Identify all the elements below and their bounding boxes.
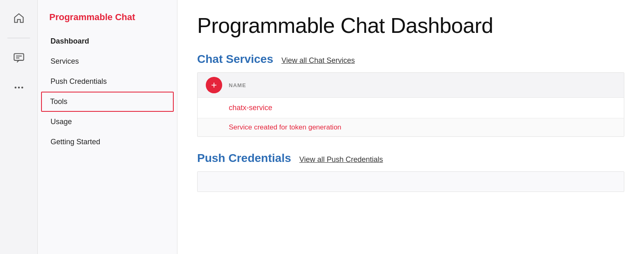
nav-item-getting-started[interactable]: Getting Started bbox=[38, 132, 177, 152]
nav-item-services[interactable]: Services bbox=[38, 51, 177, 72]
svg-point-4 bbox=[18, 87, 20, 89]
svg-point-5 bbox=[21, 87, 23, 89]
chat-services-section-header: Chat Services View all Chat Services bbox=[197, 53, 624, 66]
chat-services-title: Chat Services bbox=[197, 53, 273, 66]
page-title: Programmable Chat Dashboard bbox=[197, 13, 624, 38]
view-all-chat-services-link[interactable]: View all Chat Services bbox=[281, 56, 355, 65]
home-icon[interactable] bbox=[9, 8, 29, 28]
sidebar-divider bbox=[7, 38, 30, 38]
push-credentials-table bbox=[197, 171, 624, 192]
view-all-push-credentials-link[interactable]: View all Push Credentials bbox=[299, 155, 383, 164]
push-credentials-title: Push Credentials bbox=[197, 152, 291, 165]
add-service-button[interactable]: + bbox=[206, 77, 222, 93]
more-options-icon[interactable] bbox=[9, 78, 29, 97]
svg-point-3 bbox=[14, 87, 16, 89]
left-nav: Programmable Chat Dashboard Services Pus… bbox=[38, 0, 177, 254]
service-description-row: Service created for token generation bbox=[198, 118, 624, 136]
product-title: Programmable Chat bbox=[38, 8, 177, 31]
svg-rect-0 bbox=[14, 54, 23, 60]
nav-item-push-credentials[interactable]: Push Credentials bbox=[38, 72, 177, 92]
table-header-row: + NAME bbox=[198, 73, 624, 97]
table-row: chatx-service Service created for token … bbox=[198, 97, 624, 136]
service-name-row: chatx-service bbox=[198, 98, 624, 118]
push-credentials-section-header: Push Credentials View all Push Credentia… bbox=[197, 152, 624, 165]
service-description: Service created for token generation bbox=[229, 123, 341, 131]
push-credentials-section: Push Credentials View all Push Credentia… bbox=[197, 152, 624, 192]
nav-item-dashboard[interactable]: Dashboard bbox=[38, 31, 177, 51]
chat-bubble-icon[interactable] bbox=[9, 48, 29, 68]
icon-sidebar bbox=[0, 0, 38, 254]
service-name-link[interactable]: chatx-service bbox=[229, 104, 272, 112]
nav-item-tools[interactable]: Tools bbox=[41, 92, 174, 112]
chat-services-table: + NAME chatx-service Service created for… bbox=[197, 72, 624, 137]
main-content: Programmable Chat Dashboard Chat Service… bbox=[177, 0, 644, 254]
push-credentials-table-placeholder bbox=[198, 172, 624, 192]
nav-item-usage[interactable]: Usage bbox=[38, 112, 177, 132]
col-header-name: NAME bbox=[229, 82, 246, 88]
